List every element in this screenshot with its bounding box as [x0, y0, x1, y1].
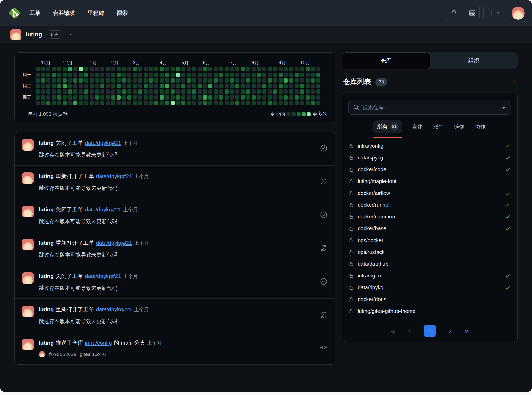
tab-organizations[interactable]: 组织: [430, 52, 518, 69]
heatmap-cell: [203, 67, 207, 71]
repo-row[interactable]: luting/gitea-github-theme: [342, 305, 517, 317]
commit-author-avatar[interactable]: [39, 351, 45, 357]
filter-tab-4[interactable]: 协作: [475, 121, 486, 132]
add-repo-button[interactable]: +: [512, 78, 517, 86]
heatmap-cell: [79, 89, 83, 94]
filter-tab-count: 31: [390, 122, 399, 131]
heatmap-cell: [154, 67, 158, 71]
feed-target-link[interactable]: data/dpykg#21: [85, 206, 121, 212]
filter-tab-1[interactable]: 自建: [412, 121, 423, 132]
heatmap-cell: [311, 101, 315, 105]
repo-row[interactable]: docker/common: [342, 211, 517, 223]
repo-row[interactable]: docker/code: [342, 164, 517, 175]
issue-reopened-icon: [319, 244, 328, 253]
heatmap-cell: [165, 89, 169, 94]
legend-swatch: [297, 112, 301, 116]
heatmap-cell: [63, 78, 67, 83]
heatmap-cell: [241, 89, 245, 94]
notifications-button[interactable]: [447, 6, 461, 20]
repo-row[interactable]: infra/config: [342, 140, 517, 152]
feed-target-link[interactable]: data/dpykg#21: [96, 240, 132, 246]
feed-action-text: 重新打开了工单: [56, 306, 94, 312]
next-page-button[interactable]: ›: [449, 327, 451, 334]
check-icon: [505, 190, 511, 196]
feed-username-link[interactable]: luting: [39, 340, 54, 346]
repo-row[interactable]: docker/base: [342, 223, 517, 234]
repo-row[interactable]: data/spykg: [342, 152, 517, 164]
feed-target-link[interactable]: infra/config: [85, 340, 112, 346]
feed-username-link[interactable]: luting: [39, 273, 54, 279]
feed-target-link[interactable]: data/dpykg#21: [96, 173, 132, 179]
feed-avatar[interactable]: [22, 139, 34, 151]
feed-username-link[interactable]: luting: [39, 306, 54, 312]
filter-tab-3[interactable]: 镜像: [454, 121, 465, 132]
filter-tab-0[interactable]: 所有31: [373, 120, 402, 133]
admin-panel-button[interactable]: [465, 6, 480, 20]
prev-page-button[interactable]: ‹: [408, 327, 410, 334]
heatmap-cell: [122, 89, 126, 94]
heatmap-cell: [57, 73, 61, 77]
heatmap-cell: [257, 95, 261, 100]
feed-target-link[interactable]: data/dpykg#21: [85, 273, 121, 279]
repo-row[interactable]: docker/doris: [342, 293, 517, 305]
heatmap-cell: [262, 67, 266, 71]
repo-row[interactable]: luting/maple-font: [342, 175, 517, 187]
nav-item-0[interactable]: 工单: [29, 9, 40, 17]
heatmap-cell: [192, 101, 196, 105]
commit-sha-link[interactable]: f69d552029: [48, 351, 77, 357]
user-avatar[interactable]: [512, 7, 525, 20]
heatmap-cell: [203, 95, 207, 100]
heatmap-cell: [203, 78, 207, 83]
feed-avatar[interactable]: [22, 206, 34, 217]
repo-row[interactable]: docker/airflow: [342, 187, 517, 199]
check-icon: [505, 285, 511, 291]
heatmap-cell: [306, 84, 310, 88]
nav-item-3[interactable]: 探索: [117, 9, 128, 17]
heatmap-cell: [273, 89, 277, 94]
tab-repositories[interactable]: 仓库: [342, 52, 430, 69]
heatmap-cell: [84, 67, 88, 71]
nav-item-1[interactable]: 合并请求: [53, 9, 75, 17]
heatmap-cell: [127, 95, 131, 100]
gitea-logo[interactable]: [7, 6, 22, 20]
profile-username[interactable]: luting: [26, 31, 42, 38]
heatmap-cell: [181, 73, 185, 77]
heatmap-cell: [106, 67, 110, 71]
heatmap-weekday-label: [23, 101, 36, 105]
profile-avatar[interactable]: [10, 29, 21, 40]
current-page-button[interactable]: 1: [424, 325, 436, 337]
repo-row[interactable]: docker/runner: [342, 199, 517, 211]
feed-username-link[interactable]: luting: [39, 173, 54, 179]
heatmap-cell: [246, 67, 250, 71]
heatmap-cell: [149, 73, 153, 77]
repo-row[interactable]: ops/rustack: [342, 246, 517, 258]
filter-tab-2[interactable]: 派生: [433, 121, 444, 132]
repo-search-input[interactable]: [348, 100, 511, 115]
feed-avatar[interactable]: [22, 172, 34, 184]
repo-row[interactable]: ops/docker: [342, 234, 517, 246]
heatmap-month-label: 5月: [181, 60, 189, 66]
nav-item-2[interactable]: 里程碑: [88, 9, 104, 17]
feed-description: 跳过存在版本可能导致未更新代码: [39, 151, 311, 158]
profile-dropdown[interactable]: [68, 33, 72, 36]
feed-avatar[interactable]: [22, 272, 34, 284]
heatmap-cell: [36, 67, 40, 71]
create-new-button[interactable]: +: [483, 6, 506, 20]
heatmap-cell: [214, 95, 218, 100]
feed-avatar[interactable]: [22, 306, 34, 317]
repo-filter-button[interactable]: [496, 100, 511, 114]
last-page-button[interactable]: »: [464, 327, 469, 334]
repo-row[interactable]: data/datahub: [342, 258, 517, 270]
first-page-button[interactable]: «: [391, 327, 395, 334]
feed-username-link[interactable]: luting: [39, 140, 54, 146]
heatmap-cell: [36, 78, 40, 83]
heatmap-cell: [144, 95, 148, 100]
feed-username-link[interactable]: luting: [39, 240, 54, 246]
feed-target-link[interactable]: data/dpykg#21: [85, 140, 121, 146]
feed-avatar[interactable]: [22, 239, 34, 250]
feed-target-link[interactable]: data/dpykg#21: [96, 306, 132, 312]
feed-avatar[interactable]: [22, 339, 34, 350]
repo-row[interactable]: data/dpykg: [342, 282, 517, 293]
feed-username-link[interactable]: luting: [39, 206, 54, 212]
repo-row[interactable]: infra/nginx: [342, 270, 517, 282]
